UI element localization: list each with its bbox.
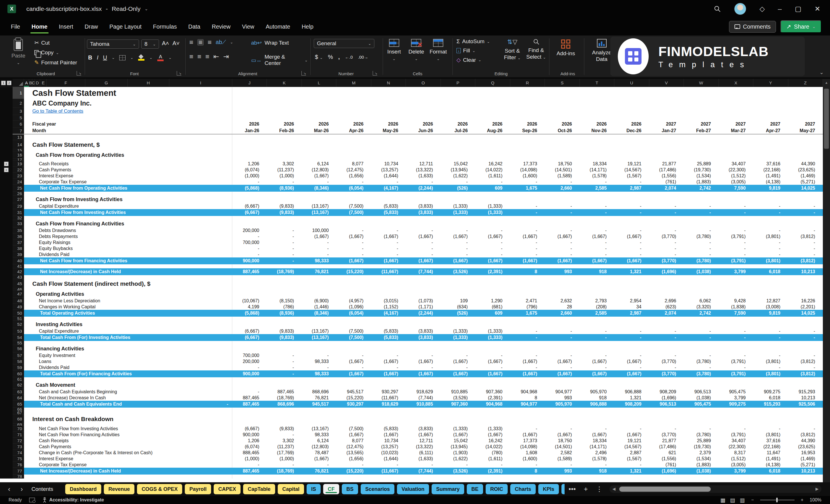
cell-J22[interactable]: (6,074) (232, 167, 267, 172)
clipboard-dialog-launcher[interactable]: ↘ (77, 71, 81, 75)
row-header-38[interactable]: 38 (12, 245, 24, 251)
cell-W29[interactable]: - (684, 204, 719, 209)
cell-L25[interactable]: (8,346) (302, 186, 337, 191)
cell-P72[interactable]: 15,042 (441, 438, 475, 443)
cell-W48[interactable]: 6,062 (684, 298, 719, 304)
menu-tab-home[interactable]: Home (26, 20, 53, 34)
cell-O70[interactable]: (3,833) (406, 426, 441, 431)
row-label[interactable]: Total Cash From (For) Investing Activiti… (24, 334, 232, 341)
row-header-61[interactable]: 61 (12, 377, 24, 381)
cell-K63[interactable]: 887,465 (267, 389, 301, 395)
row-label[interactable]: Cash Flow from Financing Activities (24, 220, 232, 227)
cell-J48[interactable]: (10,067) (232, 298, 267, 304)
row-header-70[interactable]: 70 (12, 426, 24, 432)
zoom-slider-thumb[interactable] (776, 498, 778, 502)
diamond-icon[interactable]: ◇ (759, 5, 765, 13)
cell-W19[interactable]: 25,889 (684, 161, 719, 166)
row-label[interactable]: Equity Buybacks (24, 245, 232, 251)
number-format-combobox[interactable]: General⌄ (314, 39, 374, 48)
cell-Z42[interactable]: 10,213 (788, 269, 823, 274)
cell-S60[interactable]: (1,667) (545, 371, 579, 376)
row-label[interactable]: Net Cash Flow from Financing Activities (24, 432, 232, 438)
cell-K53[interactable]: (9,833) (267, 329, 301, 334)
column-header-E[interactable]: E (40, 79, 46, 87)
cell-T70[interactable]: - (580, 426, 614, 431)
row-label[interactable]: Interest Expense (24, 456, 232, 462)
column-header-F[interactable]: F (46, 79, 85, 87)
chevron-down-icon[interactable]: ⌄ (149, 56, 153, 60)
cell-X74[interactable]: 8,317 (719, 450, 753, 455)
cell-Y71[interactable]: (3,801) (753, 432, 788, 437)
column-header-V[interactable]: V (649, 79, 684, 87)
cell-P36[interactable]: (1,667) (441, 234, 475, 239)
cell-V63[interactable]: 908,209 (649, 389, 684, 395)
cell-L23[interactable]: (1,667) (302, 174, 337, 179)
row-label[interactable] (24, 192, 232, 196)
cell-J25[interactable]: (5,868) (232, 186, 267, 191)
cell-J75[interactable]: (1,000) (232, 456, 267, 461)
cell-S65[interactable]: 905,970 (545, 402, 579, 407)
cell-X59[interactable]: - (719, 365, 753, 370)
sheet-options-button[interactable]: ⋮ (596, 485, 603, 493)
cell-S49[interactable]: 28 (545, 304, 579, 310)
row-header-47[interactable]: 47 (12, 290, 24, 298)
cell-Z39[interactable]: - (788, 252, 823, 257)
row-label[interactable]: Net Increase/(Decrease) in Cash Held (24, 468, 232, 475)
row-label[interactable]: Interest on Cash Breakdown (24, 414, 232, 423)
cell-O38[interactable]: - (406, 246, 441, 251)
cell-O23[interactable]: (1,633) (406, 174, 441, 179)
cell-M42[interactable]: (15,220) (337, 269, 371, 274)
bold-button[interactable]: B (88, 54, 92, 61)
row-label[interactable]: Dividends Paid (24, 365, 232, 371)
alignment-dialog-launcher[interactable]: ↘ (301, 71, 306, 75)
cell-R73[interactable]: (14,098) (510, 444, 545, 449)
cell-P22[interactable]: (13,945) (441, 167, 475, 172)
cell-L73[interactable]: (12,803) (302, 444, 337, 449)
menu-tab-review[interactable]: Review (206, 20, 236, 34)
cell-N59[interactable]: - (371, 365, 406, 370)
cell-V35[interactable]: - (649, 228, 684, 233)
font-color-button[interactable]: A (157, 55, 164, 61)
cell-Q31[interactable]: (1,333) (475, 210, 510, 215)
cell-P37[interactable]: - (441, 240, 475, 245)
row-header-74[interactable]: 74 (12, 450, 24, 456)
cell-U70[interactable]: - (614, 426, 649, 431)
cell-K49[interactable]: (786) (267, 304, 301, 310)
font-name-combobox[interactable]: Tahoma⌄ (87, 39, 139, 49)
cell-Y29[interactable]: - (753, 204, 788, 209)
cell-R77[interactable]: 8 (510, 469, 545, 474)
insert-cells-button[interactable]: Insert ⌄ (387, 39, 401, 61)
cell-S53[interactable]: - (545, 329, 579, 334)
row-header-3[interactable]: 3 (12, 107, 24, 115)
cell-X38[interactable]: - (719, 246, 753, 251)
cell-X73[interactable]: (22,300) (719, 444, 753, 449)
cell-Q57[interactable]: - (475, 353, 510, 358)
column-header-T[interactable]: T (580, 79, 614, 87)
cell-J6[interactable]: 2026 (232, 122, 267, 127)
row-label[interactable] (24, 377, 232, 381)
cell-T42[interactable]: 918 (580, 269, 614, 274)
cell-Q22[interactable]: (14,022) (475, 167, 510, 172)
cell-Y65[interactable]: 915,293 (753, 402, 788, 407)
cell-M25[interactable]: (6,054) (337, 186, 371, 191)
cell-M29[interactable]: (7,500) (337, 204, 371, 209)
cell-Z29[interactable]: - (788, 204, 823, 209)
row-label[interactable] (24, 423, 232, 426)
cell-V31[interactable]: - (649, 210, 684, 215)
cell-S35[interactable]: - (545, 228, 579, 233)
cell-X58[interactable]: (3,791) (719, 359, 753, 364)
column-header-P[interactable]: P (441, 79, 475, 87)
cell-M24[interactable]: - (337, 179, 371, 185)
cell-J65[interactable]: 887,465 (232, 402, 267, 407)
cell-X53[interactable]: - (719, 329, 753, 334)
cell-Z76[interactable]: (5,271) (788, 462, 823, 467)
cell-Q40[interactable]: (1,667) (475, 258, 510, 263)
column-header-D[interactable]: D (35, 79, 40, 87)
cell-R58[interactable]: (1,667) (510, 359, 545, 364)
cell-W63[interactable]: 906,513 (684, 389, 719, 395)
cell-V36[interactable]: (3,770) (649, 234, 684, 239)
cell-O31[interactable]: (3,833) (406, 210, 441, 215)
cell-R49[interactable]: (796) (510, 304, 545, 310)
cell-P6[interactable]: 2026 (441, 122, 475, 127)
cell-T64[interactable]: 918 (580, 395, 614, 401)
